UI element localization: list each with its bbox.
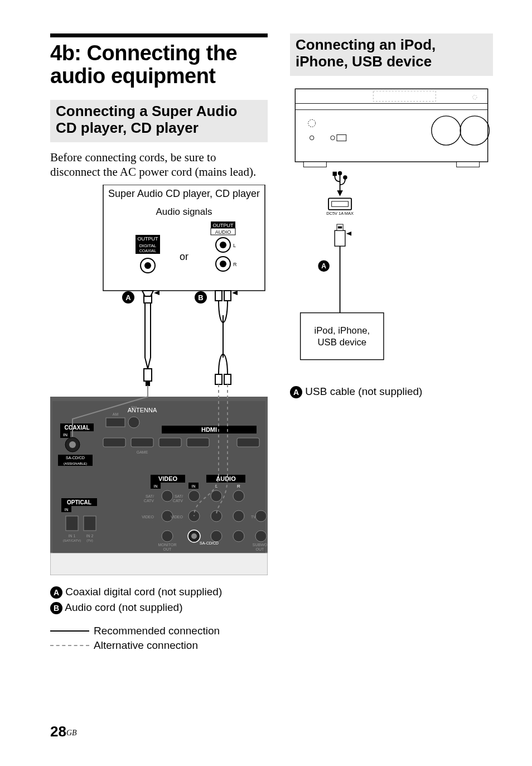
output-audio-label: AUDIO — [215, 229, 231, 235]
svg-point-56 — [255, 531, 267, 542]
svg-point-29 — [69, 441, 76, 448]
two-column-layout: 4b: Connecting the audio equipment Conne… — [50, 33, 493, 652]
svg-rect-74 — [303, 162, 326, 167]
back-in-label-2: IN — [154, 484, 158, 488]
right-connection-diagram: DC5V 1A MAX A iPod, iPhone, USB device — [290, 84, 493, 375]
back-opt-in1: IN 1 — [69, 534, 76, 538]
back-coaxial-label: COAXIAL — [65, 425, 90, 431]
page-number: 28GB — [50, 723, 77, 740]
back-assignable-label: (ASSIGNABLE) — [64, 462, 87, 465]
svg-point-52 — [255, 510, 267, 522]
svg-marker-13 — [146, 381, 149, 386]
jack-R: R — [233, 262, 237, 267]
key-text-b: Audio cord (not supplied) — [65, 601, 182, 613]
svg-rect-36 — [131, 438, 153, 447]
svg-point-44 — [162, 490, 173, 502]
svg-rect-38 — [187, 438, 209, 447]
back-catv2: CATV — [173, 499, 183, 503]
back-opt-in1b: (SAT/CATV) — [63, 539, 81, 542]
svg-rect-77 — [333, 172, 336, 175]
back-subwo: SUBWO — [253, 543, 268, 547]
back-hdmi-game: GAME — [137, 450, 148, 454]
svg-point-76 — [338, 172, 342, 175]
right-legend-key: A USB cable (not supplied) — [290, 384, 493, 399]
svg-rect-12 — [144, 369, 152, 381]
svg-rect-20 — [224, 374, 231, 384]
left-subsection-title: Connecting a Super Audio CD player, CD p… — [56, 103, 262, 137]
back-video3: VIDEO — [171, 515, 183, 519]
back-fm-label: FM — [131, 406, 137, 410]
or-label: or — [180, 251, 188, 262]
right-column: Connecting an iPod, iPhone, USB device — [290, 33, 493, 652]
dashed-line-icon — [50, 645, 89, 646]
legend-alternative: Alternative connection — [50, 639, 268, 652]
page-number-value: 28 — [50, 723, 66, 740]
svg-rect-63 — [295, 89, 487, 162]
left-connection-diagram: Super Audio CD player, CD player Audio s… — [50, 185, 268, 575]
back-video-label: VIDEO — [158, 475, 178, 482]
manual-page: 4b: Connecting the audio equipment Conne… — [0, 0, 532, 766]
back-opt-in2: IN 2 — [86, 534, 94, 538]
left-subsection-heading: Connecting a Super Audio CD player, CD p… — [50, 100, 268, 142]
svg-rect-0 — [103, 185, 265, 291]
right-diagram-badge-a: A — [321, 262, 326, 270]
svg-point-4 — [220, 242, 226, 248]
svg-marker-21 — [232, 291, 238, 295]
svg-rect-62 — [84, 516, 96, 531]
svg-rect-37 — [159, 438, 181, 447]
coaxial-small-label: COAXIAL — [139, 249, 156, 253]
output-label-1: OUTPUT — [213, 223, 234, 228]
svg-rect-35 — [103, 438, 125, 447]
diagram-badge-a: A — [125, 293, 131, 302]
svg-marker-85 — [346, 232, 351, 235]
back-opt-in2b: (TV) — [86, 539, 93, 542]
back-tv: TV — [251, 515, 256, 519]
svg-point-46 — [211, 490, 222, 502]
back-sat2: SAT/ — [175, 494, 183, 498]
svg-point-45 — [188, 490, 200, 502]
left-body-text: Before connecting cords, be sure to disc… — [50, 150, 268, 180]
right-key-text-a: USB cable (not supplied) — [305, 386, 422, 397]
svg-point-78 — [344, 176, 347, 179]
title-rule — [50, 33, 268, 37]
svg-point-10 — [144, 262, 151, 269]
back-sat: SAT/ — [146, 494, 154, 498]
back-optical-in: IN — [65, 508, 69, 512]
digital-label: DIGITAL — [139, 243, 157, 248]
back-catv: CATV — [144, 499, 154, 503]
back-sacd-label: SA-CD/CD — [66, 456, 85, 460]
source-device-label: Super Audio CD player, CD player — [108, 188, 260, 199]
svg-marker-15 — [154, 291, 159, 295]
svg-rect-81 — [332, 201, 349, 206]
svg-rect-18 — [224, 291, 231, 301]
back-R: R — [237, 484, 240, 489]
back-optical-label: OPTICAL — [67, 499, 91, 505]
svg-point-47 — [233, 490, 244, 502]
back-in-label-3: IN — [192, 484, 196, 488]
back-am-label: AM — [113, 412, 119, 416]
right-key-badge-a: A — [290, 386, 302, 398]
svg-point-53 — [162, 531, 173, 542]
usb-trident-icon — [333, 172, 346, 195]
diagram-badge-b: B — [198, 293, 203, 302]
back-video2: VIDEO — [142, 515, 154, 519]
right-subsection-title: Connecting an iPod, iPhone, USB device — [296, 37, 487, 70]
audio-signals-label: Audio signals — [156, 206, 212, 217]
key-badge-a: A — [50, 586, 62, 599]
svg-point-51 — [233, 510, 244, 522]
left-legend-keys: A Coaxial digital cord (not supplied) B … — [50, 584, 268, 615]
back-monitor: MONITOR — [158, 543, 177, 547]
legend-alternative-text: Alternative connection — [94, 639, 198, 652]
back-hdmi-label: HDMI — [201, 426, 217, 433]
svg-rect-17 — [215, 291, 222, 301]
left-column: 4b: Connecting the audio equipment Conne… — [50, 33, 268, 652]
ipod-box-line1: iPod, iPhone, — [314, 325, 370, 336]
svg-rect-75 — [457, 162, 480, 167]
key-text-a: Coaxial digital cord (not supplied) — [65, 586, 222, 598]
key-badge-b: B — [50, 602, 62, 614]
back-monitor-out: OUT — [163, 547, 172, 551]
legend-recommended: Recommended connection — [50, 625, 268, 637]
svg-rect-24 — [50, 553, 268, 575]
svg-marker-79 — [338, 191, 342, 195]
ipod-box-line2: USB device — [317, 336, 366, 347]
